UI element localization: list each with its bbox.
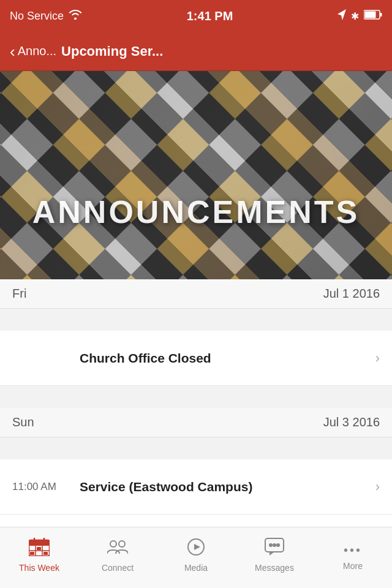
day-label-fri: Fri <box>12 287 26 301</box>
svg-point-24 <box>270 544 272 546</box>
tab-more[interactable]: ••• More <box>314 527 392 588</box>
date-header-sun: Sun Jul 3 2016 <box>0 408 392 437</box>
svg-rect-8 <box>0 71 392 279</box>
tab-bar: This Week Connect Media <box>0 527 392 588</box>
date-header-fri: Fri Jul 1 2016 <box>0 279 392 309</box>
svg-rect-17 <box>37 547 41 550</box>
date-full-sun: Jul 3 2016 <box>323 415 380 429</box>
hero-announcements-text: ANNOUNCEMENTS <box>0 194 392 230</box>
tab-messages-label: Messages <box>255 563 294 573</box>
svg-marker-0 <box>337 9 346 20</box>
svg-point-20 <box>119 541 125 547</box>
day-label-sun: Sun <box>12 415 34 429</box>
event-title-1: Church Office Closed <box>80 350 371 366</box>
spacer-1 <box>0 309 392 331</box>
carrier-text: No Service <box>10 10 64 23</box>
back-label: Anno... <box>18 44 56 58</box>
messages-icon <box>265 538 284 559</box>
status-time: 1:41 PM <box>187 9 233 23</box>
location-icon <box>337 9 346 23</box>
svg-marker-22 <box>194 544 200 550</box>
tab-this-week-label: This Week <box>19 563 59 573</box>
nav-bar: ‹ Anno... Upcoming Ser... <box>0 32 392 71</box>
wifi-icon <box>69 10 82 22</box>
tab-connect[interactable]: Connect <box>78 527 157 588</box>
svg-point-26 <box>277 544 279 546</box>
chevron-right-icon-2: › <box>375 479 380 495</box>
more-icon: ••• <box>344 540 362 557</box>
connect-icon <box>107 538 128 559</box>
svg-rect-2 <box>380 13 382 17</box>
spacer-2 <box>0 386 392 408</box>
tab-media[interactable]: Media <box>157 527 235 588</box>
hero-image: ANNOUNCEMENTS <box>0 71 392 279</box>
event-title-2: Service (Eastwood Campus) <box>80 478 371 495</box>
calendar-grid-overlay <box>0 71 392 279</box>
tab-messages[interactable]: Messages <box>235 527 314 588</box>
play-icon <box>187 538 205 559</box>
tab-connect-label: Connect <box>102 563 134 573</box>
status-right: ✱ <box>337 9 382 23</box>
svg-point-25 <box>273 544 276 546</box>
back-arrow-icon: ‹ <box>10 43 15 59</box>
event-church-office-closed[interactable]: Church Office Closed › <box>0 331 392 386</box>
back-button[interactable]: ‹ Anno... <box>10 43 56 59</box>
bluetooth-icon: ✱ <box>351 10 359 22</box>
status-bar: No Service 1:41 PM ✱ <box>0 0 392 32</box>
event-time-2: 11:00 AM <box>12 481 80 493</box>
calendar-icon <box>29 538 50 559</box>
event-service-eastwood[interactable]: 11:00 AM Service (Eastwood Campus) › <box>0 459 392 514</box>
svg-rect-10 <box>29 540 50 546</box>
svg-rect-16 <box>30 552 34 555</box>
status-left: No Service <box>10 10 82 23</box>
date-full-fri: Jul 1 2016 <box>323 287 380 301</box>
spacer-3 <box>0 437 392 459</box>
tab-this-week[interactable]: This Week <box>0 527 78 588</box>
tab-more-label: More <box>343 561 363 571</box>
chevron-right-icon-1: › <box>375 350 380 366</box>
svg-rect-3 <box>365 12 376 18</box>
tab-media-label: Media <box>184 563 208 573</box>
battery-icon <box>364 10 382 22</box>
svg-point-19 <box>110 541 116 547</box>
nav-title: Upcoming Ser... <box>61 43 163 59</box>
svg-rect-18 <box>43 552 48 555</box>
